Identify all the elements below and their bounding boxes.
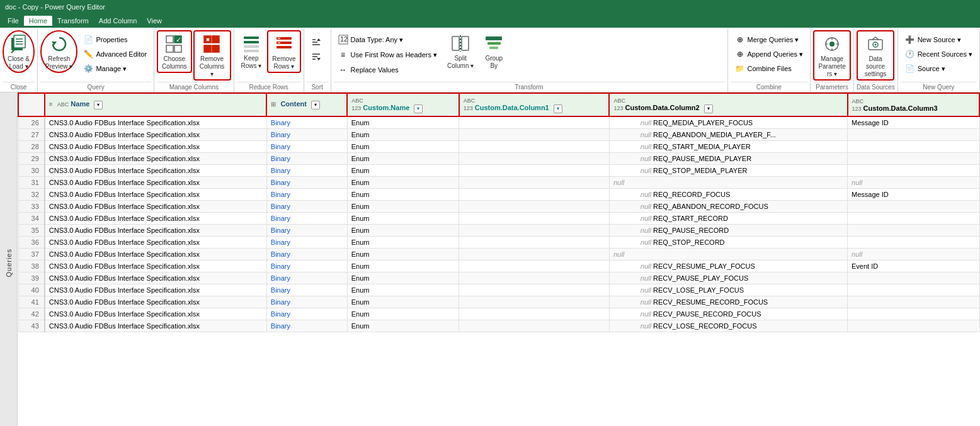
- cell-customdata2: null RECV_RESUME_PLAY_FOCUS: [609, 260, 847, 272]
- remove-columns-button[interactable]: RemoveColumns ▾: [193, 30, 231, 81]
- data-type-button[interactable]: 123 Data Type: Any ▾: [334, 33, 442, 47]
- cell-customdata1: [459, 128, 610, 140]
- menu-home[interactable]: Home: [24, 16, 52, 26]
- advanced-editor-button[interactable]: ✏️ Advanced Editor: [79, 47, 151, 61]
- cell-customdata3: Message ID: [848, 116, 979, 129]
- svg-rect-8: [166, 45, 173, 52]
- group-by-label: GroupBy: [485, 55, 503, 70]
- manage-parameters-button[interactable]: ManageParameters ▾: [813, 30, 851, 81]
- source-button[interactable]: 📄 Source ▾: [901, 62, 977, 76]
- menu-file[interactable]: File: [3, 16, 24, 26]
- choose-columns-button[interactable]: ✓ ChooseColumns: [157, 30, 191, 73]
- split-column-button[interactable]: SplitColumn ▾: [443, 30, 478, 72]
- name-col-filter[interactable]: ▾: [94, 101, 103, 109]
- close-load-button[interactable]: Close &Load ▾: [3, 30, 35, 73]
- query-small-buttons: 📄 Properties ✏️ Advanced Editor ⚙️ Manag…: [79, 30, 151, 76]
- cell-content: Binary: [266, 296, 347, 308]
- sort-desc-icon: [311, 52, 321, 62]
- cell-name: CNS3.0 Audio FDBus Interface Specificati…: [45, 152, 266, 164]
- cell-customdata3: Message ID: [848, 188, 979, 200]
- cell-customdata1: [459, 260, 610, 272]
- group-by-button[interactable]: GroupBy: [479, 30, 508, 72]
- sort-desc-button[interactable]: [307, 50, 328, 64]
- customdata2-col-filter[interactable]: ▾: [704, 104, 713, 113]
- cell-rownum: 33: [18, 200, 45, 212]
- menu-transform[interactable]: Transform: [52, 16, 94, 26]
- cell-name: CNS3.0 Audio FDBus Interface Specificati…: [45, 200, 266, 212]
- table-row: 35CNS3.0 Audio FDBus Interface Specifica…: [18, 224, 979, 236]
- grid-container[interactable]: ≡ ABC Name ▾ ⊞ Content ▾ ABC123 Cu: [18, 92, 980, 426]
- name-col-label: Name: [71, 100, 89, 108]
- ribbon-group-parameters-label: Parameters: [813, 82, 851, 92]
- table-row: 38CNS3.0 Audio FDBus Interface Specifica…: [18, 260, 979, 272]
- cell-customdata1: [459, 224, 610, 236]
- manage-button[interactable]: ⚙️ Manage ▾: [79, 62, 151, 76]
- table-row: 40CNS3.0 Audio FDBus Interface Specifica…: [18, 284, 979, 296]
- cell-content: Binary: [266, 284, 347, 296]
- table-row: 32CNS3.0 Audio FDBus Interface Specifica…: [18, 188, 979, 200]
- menu-view[interactable]: View: [142, 16, 167, 26]
- cell-customdata1: [459, 272, 610, 284]
- close-load-label: Close &Load ▾: [8, 55, 30, 70]
- keep-rows-button[interactable]: KeepRows ▾: [237, 30, 266, 72]
- ribbon-group-combine-label: Combine: [731, 82, 808, 92]
- use-first-row-button[interactable]: ≡ Use First Row as Headers ▾: [334, 48, 442, 62]
- cell-content: Binary: [266, 152, 347, 164]
- svg-rect-40: [487, 42, 501, 45]
- customdata2-label: Custom.Data.Column2: [625, 104, 700, 111]
- table-row: 34CNS3.0 Audio FDBus Interface Specifica…: [18, 212, 979, 224]
- customdata3-type: ABC123: [852, 98, 864, 112]
- cell-customdata2: null REQ_RECORD_FOCUS: [609, 188, 847, 200]
- ribbon-group-data-sources-label: Data Sources: [857, 82, 895, 92]
- use-first-row-icon: ≡: [338, 50, 348, 60]
- recent-sources-button[interactable]: 🕐 Recent Sources ▾: [901, 47, 977, 61]
- svg-rect-17: [244, 36, 259, 39]
- refresh-preview-button[interactable]: RefreshPreview ▾: [40, 30, 77, 73]
- title-text: doc - Copy - Power Query Editor: [5, 3, 105, 11]
- cell-customname: Enum: [347, 164, 459, 176]
- ribbon-group-query-label: Query: [40, 82, 151, 92]
- table-row: 36CNS3.0 Audio FDBus Interface Specifica…: [18, 236, 979, 248]
- cell-customname: Enum: [347, 296, 459, 308]
- content-col-filter[interactable]: ▾: [311, 101, 320, 109]
- cell-customdata3: [848, 272, 979, 284]
- cell-customdata1: [459, 140, 610, 152]
- merge-queries-button[interactable]: ⊕ Merge Queries ▾: [731, 33, 808, 47]
- cell-customdata2: null REQ_STOP_RECORD: [609, 236, 847, 248]
- cell-customdata2: null REQ_PAUSE_MEDIA_PLAYER: [609, 152, 847, 164]
- data-source-settings-button[interactable]: Data sourcesettings: [857, 30, 894, 81]
- svg-rect-20: [244, 50, 259, 52]
- title-bar: doc - Copy - Power Query Editor: [0, 0, 980, 14]
- customdata1-label: Custom.Data.Column1: [475, 104, 549, 111]
- remove-rows-button[interactable]: RemoveRows ▾: [267, 30, 300, 73]
- combine-files-button[interactable]: 📁 Combine Files: [731, 62, 808, 76]
- menu-add-column[interactable]: Add Column: [94, 16, 142, 26]
- cell-customdata1: [459, 236, 610, 248]
- replace-values-button[interactable]: ↔ Replace Values: [334, 63, 442, 77]
- cell-customdata3: [848, 152, 979, 164]
- cell-content: Binary: [266, 212, 347, 224]
- customdata1-col-filter[interactable]: ▾: [554, 104, 562, 113]
- queries-label: Queries: [5, 249, 13, 277]
- data-source-settings-icon: [865, 34, 886, 54]
- customname-type: ABC123: [351, 98, 363, 111]
- svg-rect-6: [166, 36, 173, 43]
- choose-columns-label: ChooseColumns: [162, 55, 186, 70]
- properties-button[interactable]: 📄 Properties: [79, 33, 151, 47]
- cell-content: Binary: [266, 236, 347, 248]
- cell-customdata3: [848, 320, 979, 332]
- ribbon-group-manage-columns: ✓ ChooseColumns RemoveColumns ▾ Manage C…: [154, 29, 234, 92]
- manage-label: Manage ▾: [96, 65, 127, 73]
- svg-point-50: [875, 44, 877, 46]
- cell-customdata1: [459, 248, 610, 260]
- append-queries-button[interactable]: ⊕ Append Queries ▾: [731, 47, 808, 61]
- data-type-label: Data Type: Any ▾: [351, 36, 403, 44]
- svg-rect-36: [452, 36, 459, 50]
- choose-columns-icon: ✓: [164, 34, 185, 54]
- data-source-settings-label: Data sourcesettings: [862, 55, 889, 78]
- sort-asc-button[interactable]: [307, 35, 328, 49]
- cell-name: CNS3.0 Audio FDBus Interface Specificati…: [45, 320, 266, 332]
- customname-col-filter[interactable]: ▾: [414, 104, 423, 113]
- new-source-button[interactable]: ➕ New Source ▾: [901, 33, 977, 47]
- manage-icon: ⚙️: [83, 64, 93, 74]
